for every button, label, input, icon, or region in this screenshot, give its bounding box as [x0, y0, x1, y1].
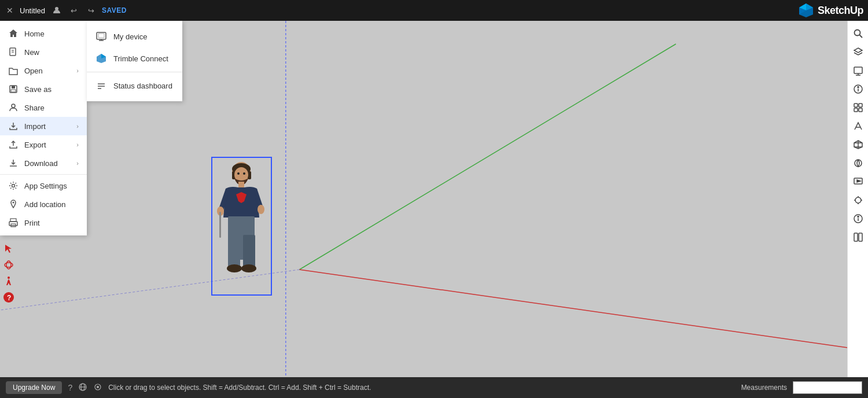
svg-text:?: ?	[7, 294, 11, 302]
svg-rect-75	[854, 233, 858, 241]
svg-line-6	[299, 44, 676, 270]
submenu-item-trimble-connect[interactable]: Trimble Connect	[87, 47, 182, 69]
svg-point-67	[855, 197, 861, 203]
statusbar-question-icon[interactable]: ?	[68, 383, 72, 392]
left-menu: Home New Open › Save as Share Import ›	[0, 21, 87, 235]
download-arrow: ›	[76, 160, 79, 167]
help-tool-icon[interactable]: ?	[2, 291, 15, 304]
menu-label-import: Import	[24, 122, 46, 131]
svg-rect-56	[859, 104, 862, 107]
character-figure	[211, 157, 272, 296]
app-settings-icon	[8, 180, 19, 191]
statusbar-cursor-icon	[93, 382, 102, 393]
export-icon	[8, 139, 19, 150]
rt-3d-warehouse-icon[interactable]	[850, 137, 866, 153]
rt-materials-icon[interactable]	[850, 155, 866, 171]
titlebar: ✕ Untitled ↩ ↪ SAVED SketchUp	[0, 0, 868, 21]
menu-item-add-location[interactable]: Add location	[0, 195, 87, 213]
submenu-item-status-dashboard[interactable]: Status dashboard	[87, 75, 182, 97]
menu-item-share[interactable]: Share	[0, 98, 87, 117]
svg-point-23	[227, 264, 242, 272]
svg-point-18	[258, 205, 264, 214]
walk-tool-icon[interactable]	[2, 275, 15, 288]
svg-rect-58	[859, 108, 862, 112]
add-location-icon	[8, 199, 19, 209]
sketchup-logo: SketchUp	[798, 2, 863, 19]
menu-item-app-settings[interactable]: App Settings	[0, 176, 87, 195]
svg-line-7	[299, 270, 868, 351]
svg-point-64	[855, 160, 862, 167]
submenu-divider	[87, 72, 182, 72]
menu-divider-1	[0, 174, 87, 175]
import-submenu: My device Trimble Connect Status dashboa…	[87, 21, 182, 101]
upgrade-now-button[interactable]: Upgrade Now	[6, 381, 62, 394]
trimble-connect-icon	[95, 52, 108, 65]
svg-rect-19	[219, 212, 221, 238]
rt-styles-icon[interactable]	[850, 118, 866, 134]
saved-badge: SAVED	[102, 6, 127, 14]
statusbar-globe-icon	[78, 382, 87, 393]
home-icon	[8, 28, 19, 39]
svg-point-74	[858, 216, 859, 218]
menu-item-save-as[interactable]: Save as	[0, 80, 87, 98]
orbit-tool-icon[interactable]	[2, 259, 15, 271]
submenu-label-status-dashboard: Status dashboard	[113, 82, 172, 90]
submenu-item-my-device[interactable]: My device	[87, 25, 182, 47]
rt-instructor-icon[interactable]	[850, 62, 866, 79]
menu-label-new: New	[24, 48, 39, 57]
svg-rect-29	[12, 86, 15, 89]
menu-item-open[interactable]: Open ›	[0, 61, 87, 80]
menu-item-print[interactable]: Print	[0, 213, 87, 232]
svg-rect-22	[243, 235, 255, 267]
submenu-label-trimble-connect: Trimble Connect	[113, 54, 168, 63]
status-text: Click or drag to select objects. Shift =…	[108, 384, 735, 392]
menu-item-import[interactable]: Import ›	[0, 117, 87, 135]
menu-label-add-location: Add location	[24, 200, 66, 209]
svg-rect-38	[98, 34, 104, 38]
menu-item-export[interactable]: Export ›	[0, 135, 87, 154]
svg-point-78	[6, 261, 11, 269]
select-tool-icon[interactable]	[2, 242, 15, 255]
svg-point-14	[237, 172, 240, 175]
svg-rect-16	[238, 182, 244, 187]
status-dashboard-icon	[95, 79, 108, 92]
menu-item-download[interactable]: Download ›	[0, 154, 87, 172]
menu-label-home: Home	[24, 30, 45, 38]
rt-components-icon[interactable]	[850, 100, 866, 116]
svg-rect-21	[228, 235, 240, 267]
left-bottom-toolbar: ?	[0, 240, 17, 306]
measurements-label: Measurements	[741, 384, 787, 392]
menu-label-download: Download	[24, 159, 58, 168]
svg-point-24	[241, 264, 256, 272]
svg-point-46	[854, 30, 860, 36]
rt-shadows-icon[interactable]	[850, 192, 866, 208]
rt-layers-icon[interactable]	[850, 44, 866, 60]
svg-marker-48	[854, 48, 862, 53]
rt-search-icon[interactable]	[850, 25, 866, 42]
close-button[interactable]: ✕	[5, 5, 15, 16]
rt-scenes-icon[interactable]	[850, 174, 866, 190]
menu-label-app-settings: App Settings	[24, 182, 67, 190]
rt-entity-info-icon[interactable]	[850, 81, 866, 97]
document-title: Untitled	[20, 6, 45, 15]
menu-label-open: Open	[24, 67, 43, 75]
user-icon[interactable]	[51, 5, 62, 16]
import-arrow: ›	[76, 123, 79, 130]
measurements-input[interactable]	[793, 381, 862, 394]
undo-button[interactable]: ↩	[67, 4, 80, 17]
svg-rect-76	[859, 233, 862, 241]
redo-button[interactable]: ↪	[84, 4, 97, 17]
my-device-icon	[95, 30, 108, 43]
svg-point-77	[5, 263, 13, 267]
svg-rect-30	[11, 90, 16, 92]
menu-item-home[interactable]: Home	[0, 24, 87, 43]
export-arrow: ›	[76, 141, 79, 148]
rt-extension-icon[interactable]	[850, 229, 866, 245]
menu-item-new[interactable]: New	[0, 43, 87, 61]
svg-line-47	[859, 35, 862, 38]
save-as-icon	[8, 84, 19, 94]
svg-rect-57	[854, 108, 858, 112]
rt-info-icon[interactable]	[850, 211, 866, 227]
open-icon	[8, 65, 19, 76]
download-icon	[8, 158, 19, 168]
